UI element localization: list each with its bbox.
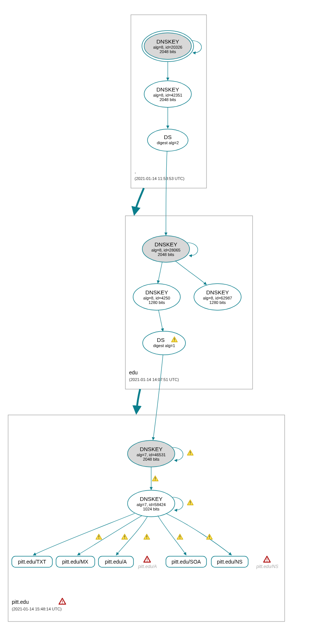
edge-edu-ksk-zsk2	[175, 261, 206, 285]
warning-icon: !	[177, 534, 183, 539]
zone-root-date: (2021-01-14 11:53:53 UTC)	[135, 176, 184, 181]
svg-text:alg=8, id=20326: alg=8, id=20326	[153, 45, 183, 49]
edge-edu-ds-pitt-ksk	[153, 355, 163, 440]
svg-text:!: !	[266, 558, 268, 562]
node-root-ds[interactable]	[147, 129, 188, 151]
svg-text:!: !	[124, 535, 125, 539]
svg-text:DNSKEY: DNSKEY	[156, 86, 179, 93]
svg-text:!: !	[146, 535, 147, 539]
svg-text:DNSKEY: DNSKEY	[140, 446, 163, 452]
zone-edu-date: (2021-01-14 14:07:51 UTC)	[129, 377, 179, 382]
error-icon: !	[144, 556, 150, 562]
svg-text:digest alg=1: digest alg=1	[153, 343, 175, 348]
svg-text:pitt.edu/A: pitt.edu/A	[105, 559, 127, 565]
edge-edu-zsk1-ds	[159, 310, 163, 331]
ghost-record-ns: pitt.edu/NS	[256, 564, 278, 569]
edge-root-ds-edu-ksk	[166, 151, 167, 235]
warning-icon: !	[152, 476, 158, 481]
error-icon: !	[59, 598, 66, 604]
svg-text:DNSKEY: DNSKEY	[206, 289, 229, 295]
svg-text:1024 bits: 1024 bits	[143, 507, 160, 511]
svg-text:alg=8, id=42351: alg=8, id=42351	[153, 93, 183, 97]
svg-text:!: !	[190, 501, 191, 505]
edge-zsk-a	[116, 516, 147, 555]
svg-text:pitt.edu/MX: pitt.edu/MX	[62, 559, 88, 565]
svg-text:2048 bits: 2048 bits	[160, 97, 176, 102]
edge-zsk-ns	[166, 513, 232, 555]
node-edu-ds[interactable]	[143, 331, 185, 355]
warning-icon: !	[96, 534, 102, 539]
svg-text:!: !	[174, 337, 175, 342]
svg-text:!: !	[98, 535, 100, 539]
svg-text:2048 bits: 2048 bits	[158, 252, 174, 257]
svg-text:DS: DS	[164, 134, 172, 140]
svg-text:2048 bits: 2048 bits	[143, 457, 160, 461]
svg-text:pitt.edu/TXT: pitt.edu/TXT	[18, 559, 46, 565]
svg-text:alg=8, id=28065: alg=8, id=28065	[152, 248, 181, 252]
svg-text:alg=8, id=4250: alg=8, id=4250	[143, 296, 170, 300]
svg-text:2048 bits: 2048 bits	[160, 49, 176, 54]
svg-text:pitt.edu/SOA: pitt.edu/SOA	[171, 559, 201, 565]
edge-edu-ksk-zsk1	[158, 262, 162, 283]
svg-text:!: !	[190, 451, 191, 455]
warning-icon: !	[187, 500, 193, 505]
edge-zone-edu-pitt	[136, 389, 140, 412]
zone-edu-label: edu	[129, 370, 138, 375]
svg-text:alg=7, id=46531: alg=7, id=46531	[137, 453, 166, 457]
zone-root-label: .	[135, 169, 136, 174]
warning-icon: !	[187, 450, 193, 455]
svg-text:digest alg=2: digest alg=2	[157, 141, 179, 145]
zone-pitt-label: pitt.edu	[12, 599, 29, 605]
warning-icon: !	[144, 534, 150, 539]
svg-text:!: !	[209, 535, 210, 539]
edge-zsk-mx	[77, 516, 142, 555]
edge-zone-root-edu	[135, 188, 144, 213]
warning-icon: !	[122, 534, 128, 539]
svg-text:DS: DS	[157, 337, 165, 343]
svg-text:1280 bits: 1280 bits	[209, 300, 226, 305]
warning-icon: !	[206, 534, 212, 539]
svg-text:!: !	[179, 535, 181, 539]
svg-text:DNSKEY: DNSKEY	[156, 38, 179, 45]
svg-text:DNSKEY: DNSKEY	[145, 289, 168, 295]
edge-zsk-txt	[33, 513, 135, 555]
svg-text:DNSKEY: DNSKEY	[140, 496, 163, 502]
svg-text:alg=7, id=58424: alg=7, id=58424	[137, 502, 166, 507]
svg-text:!: !	[62, 600, 63, 604]
svg-text:DNSKEY: DNSKEY	[154, 241, 177, 247]
ghost-record-a: pitt.edu/A	[138, 564, 157, 569]
svg-text:!: !	[146, 558, 148, 562]
svg-text:pitt.edu/NS: pitt.edu/NS	[217, 559, 242, 565]
dnssec-graph: . (2021-01-14 11:53:53 UTC) DNSKEY alg=8…	[4, 4, 316, 644]
zone-pitt-date: (2021-01-14 15:48:14 UTC)	[12, 607, 62, 611]
svg-text:1280 bits: 1280 bits	[149, 300, 165, 305]
error-icon: !	[264, 556, 270, 562]
svg-text:!: !	[154, 477, 156, 481]
svg-text:alg=8, id=62987: alg=8, id=62987	[203, 296, 232, 300]
